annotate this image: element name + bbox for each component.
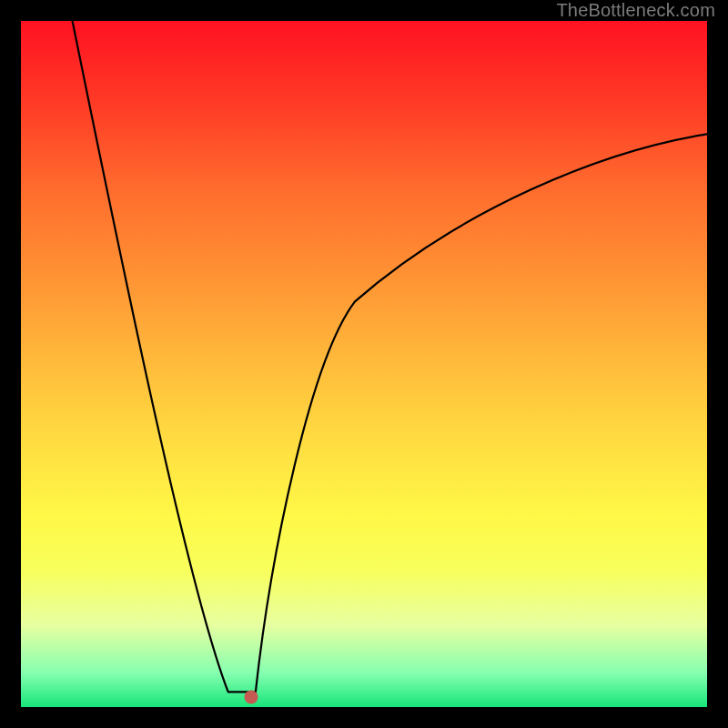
plot-area	[21, 21, 707, 707]
bottleneck-curve	[21, 21, 707, 707]
chart-frame: TheBottleneck.com	[0, 0, 728, 728]
watermark-text: TheBottleneck.com	[556, 0, 715, 21]
optimal-point-marker	[244, 690, 258, 703]
